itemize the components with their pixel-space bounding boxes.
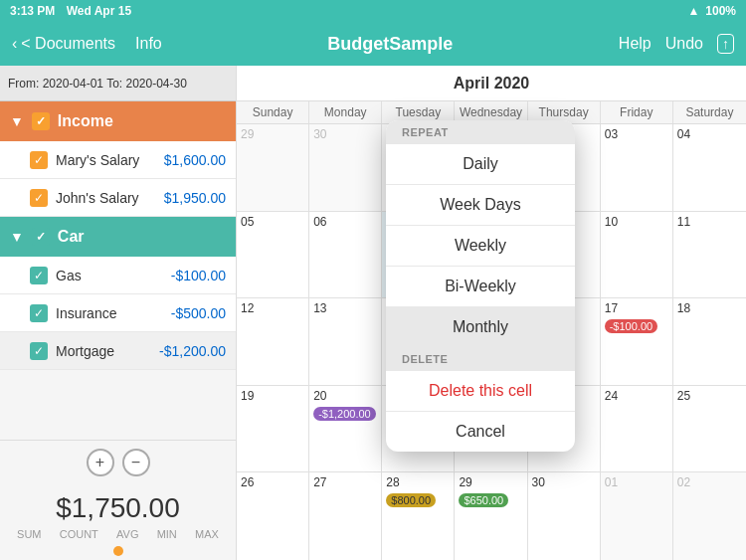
calendar-area: April 2020 Sunday Monday Tuesday Wednesd…: [237, 66, 746, 560]
insurance-checkbox[interactable]: ✓: [30, 304, 48, 322]
marys-salary-checkbox[interactable]: ✓: [30, 151, 48, 169]
badge-29: $650.00: [459, 493, 508, 507]
calendar-cell[interactable]: 06: [309, 212, 382, 298]
calendar-cell[interactable]: 13: [309, 298, 382, 385]
main-layout: From: 2020-04-01 To: 2020-04-30 ▼ ✓ Inco…: [0, 66, 746, 560]
calendar-cell[interactable]: 19: [237, 386, 309, 472]
car-chevron-icon: ▼: [10, 229, 24, 245]
remove-item-button[interactable]: −: [122, 449, 150, 476]
wifi-icon: ▲: [687, 4, 699, 18]
calendar-week-5: 26 27 28 $800.00 29 $650.00 30 01 02: [237, 472, 746, 560]
stat-max: MAX: [195, 528, 219, 540]
mortgage-checkbox[interactable]: ✓: [30, 342, 48, 360]
delete-cell-button[interactable]: Delete this cell: [386, 371, 575, 412]
status-time: 3:13 PM Wed Apr 15: [10, 4, 131, 18]
repeat-section-header: REPEAT: [386, 120, 575, 144]
insurance-item[interactable]: ✓ Insurance -$500.00: [0, 294, 236, 332]
insurance-label: Insurance: [56, 305, 116, 321]
gas-amount: -$100.00: [171, 268, 226, 283]
johns-salary-checkbox[interactable]: ✓: [30, 189, 48, 207]
calendar-cell[interactable]: 29: [237, 124, 309, 211]
add-item-button[interactable]: +: [87, 449, 114, 476]
nav-back[interactable]: ‹ < Documents Info: [12, 35, 162, 53]
day-saturday: Saturday: [673, 101, 746, 123]
cancel-button[interactable]: Cancel: [386, 412, 575, 452]
sidebar: From: 2020-04-01 To: 2020-04-30 ▼ ✓ Inco…: [0, 66, 237, 560]
income-category-header[interactable]: ▼ ✓ Income: [0, 101, 236, 141]
calendar-cell[interactable]: 11: [673, 212, 746, 298]
calendar-cell-17[interactable]: 17 -$100.00: [601, 298, 673, 385]
help-button[interactable]: Help: [619, 35, 652, 53]
sidebar-add-remove: + −: [0, 440, 236, 484]
summary-box: $1,750.00 SUM COUNT AVG MIN MAX: [0, 484, 236, 560]
back-icon: ‹: [12, 35, 17, 53]
calendar-cell[interactable]: 01: [601, 472, 673, 560]
gas-item[interactable]: ✓ Gas -$100.00: [0, 257, 236, 294]
calendar-cell[interactable]: 25: [673, 386, 746, 472]
calendar-cell[interactable]: 24: [601, 386, 673, 472]
repeat-weekly[interactable]: Weekly: [386, 226, 575, 267]
income-checkbox-icon: ✓: [32, 112, 50, 130]
calendar-cell[interactable]: 12: [237, 298, 309, 385]
day-sunday: Sunday: [237, 101, 309, 123]
income-chevron-icon: ▼: [10, 113, 24, 129]
calendar-cell[interactable]: 27: [309, 472, 382, 560]
calendar-cell[interactable]: 30: [528, 472, 601, 560]
calendar-cell-29[interactable]: 29 $650.00: [455, 472, 527, 560]
day-friday: Friday: [601, 101, 673, 123]
johns-salary-amount: $1,950.00: [164, 190, 226, 206]
johns-salary-label: John's Salary: [56, 190, 139, 206]
badge-17: -$100.00: [605, 319, 657, 333]
status-bar: 3:13 PM Wed Apr 15 ▲ 100%: [0, 0, 746, 22]
info-button[interactable]: Info: [135, 35, 162, 53]
stat-avg: AVG: [116, 528, 138, 540]
car-label: Car: [58, 228, 85, 246]
calendar-cell-20[interactable]: 20 -$1,200.00: [309, 386, 382, 472]
summary-labels: SUM COUNT AVG MIN MAX: [0, 524, 236, 544]
nav-right-actions: Help Undo ↑: [619, 34, 734, 54]
repeat-monthly[interactable]: Monthly: [386, 307, 575, 347]
mortgage-item[interactable]: ✓ Mortgage -$1,200.00: [0, 332, 236, 370]
repeat-biweekly[interactable]: Bi-Weekly: [386, 267, 575, 307]
calendar-cell[interactable]: 05: [237, 212, 309, 298]
date-range-text: From: 2020-04-01 To: 2020-04-30: [8, 77, 187, 91]
gas-label: Gas: [56, 268, 82, 283]
repeat-weekdays[interactable]: Week Days: [386, 185, 575, 226]
johns-salary-item[interactable]: ✓ John's Salary $1,950.00: [0, 179, 236, 217]
day-monday: Monday: [309, 101, 382, 123]
car-category-header[interactable]: ▼ ✓ Car: [0, 217, 236, 257]
car-checkbox-icon: ✓: [32, 228, 50, 246]
badge-28: $800.00: [386, 493, 436, 507]
dropdown-menu: REPEAT Daily Week Days Weekly Bi-Weekly …: [386, 120, 575, 452]
stat-count: COUNT: [60, 528, 98, 540]
calendar-cell[interactable]: 10: [601, 212, 673, 298]
calendar-cell-28[interactable]: 28 $800.00: [382, 472, 455, 560]
stat-min: MIN: [157, 528, 177, 540]
marys-salary-label: Mary's Salary: [56, 152, 139, 168]
undo-button[interactable]: Undo: [665, 35, 703, 53]
summary-dot: [113, 546, 123, 556]
repeat-daily[interactable]: Daily: [386, 144, 575, 185]
badge-20: -$1,200.00: [313, 407, 376, 421]
calendar-cell[interactable]: 04: [673, 124, 746, 211]
calendar-cell[interactable]: 30: [309, 124, 382, 211]
stat-sum: SUM: [17, 528, 41, 540]
insurance-amount: -$500.00: [171, 305, 226, 321]
calendar-cell[interactable]: 18: [673, 298, 746, 385]
mortgage-amount: -$1,200.00: [159, 343, 226, 359]
share-button[interactable]: ↑: [717, 34, 734, 54]
calendar-title: April 2020: [237, 66, 746, 101]
calendar-cell[interactable]: 02: [673, 472, 746, 560]
nav-title: BudgetSample: [327, 34, 453, 55]
calendar-cell[interactable]: 03: [601, 124, 673, 211]
gas-checkbox[interactable]: ✓: [30, 267, 48, 284]
calendar-cell[interactable]: 26: [237, 472, 309, 560]
delete-section-header: DELETE: [386, 347, 575, 371]
income-label: Income: [58, 112, 113, 130]
nav-bar: ‹ < Documents Info BudgetSample Help Und…: [0, 22, 746, 66]
status-right: ▲ 100%: [687, 4, 736, 18]
marys-salary-item[interactable]: ✓ Mary's Salary $1,600.00: [0, 141, 236, 179]
date-range-bar: From: 2020-04-01 To: 2020-04-30: [0, 66, 236, 101]
marys-salary-amount: $1,600.00: [164, 152, 226, 168]
mortgage-label: Mortgage: [56, 343, 114, 359]
